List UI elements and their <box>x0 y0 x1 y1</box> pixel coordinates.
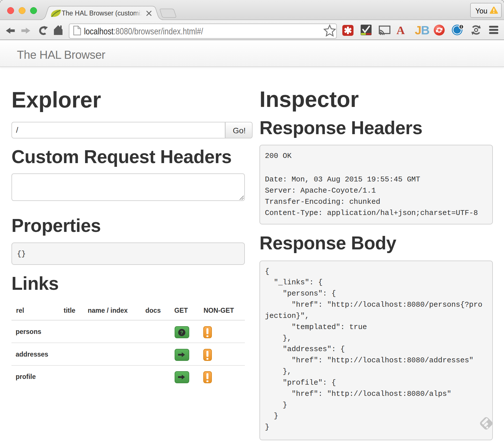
svg-text:?: ? <box>180 330 183 335</box>
